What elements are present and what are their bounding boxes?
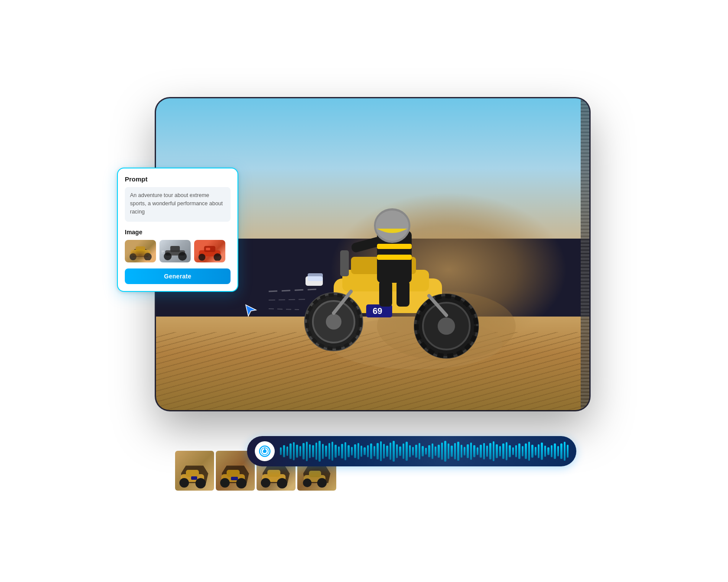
wave-bar-62 xyxy=(480,445,481,458)
wave-bar-26 xyxy=(364,447,365,455)
wave-bar-89 xyxy=(567,445,569,458)
wave-bar-46 xyxy=(428,445,430,457)
thumbnail-1[interactable] xyxy=(125,240,156,262)
wave-bar-13 xyxy=(322,444,324,459)
wave-bar-0 xyxy=(280,447,282,455)
svg-marker-47 xyxy=(246,305,256,316)
stripe-pattern xyxy=(581,98,589,410)
svg-rect-60 xyxy=(227,470,240,477)
svg-rect-69 xyxy=(309,471,321,477)
svg-point-67 xyxy=(303,479,312,487)
wave-bar-32 xyxy=(383,444,385,459)
wave-bar-47 xyxy=(432,443,433,459)
audio-bar[interactable] xyxy=(247,436,576,466)
wave-bar-51 xyxy=(444,441,446,462)
wave-bar-80 xyxy=(538,444,540,458)
wave-bar-4 xyxy=(293,442,295,460)
wave-bar-55 xyxy=(457,442,459,461)
wave-bar-61 xyxy=(477,447,478,455)
wave-bar-59 xyxy=(470,443,472,460)
svg-point-51 xyxy=(263,451,265,453)
wave-bar-83 xyxy=(547,447,549,455)
svg-point-32 xyxy=(130,253,136,260)
image-thumbnails xyxy=(125,240,231,262)
svg-rect-56 xyxy=(191,476,197,480)
wave-bar-52 xyxy=(448,443,449,459)
wave-bar-41 xyxy=(412,447,414,456)
wave-bar-58 xyxy=(467,444,468,458)
wave-bar-79 xyxy=(535,447,536,456)
svg-point-37 xyxy=(164,252,172,260)
svg-point-13 xyxy=(438,317,455,335)
wave-bar-24 xyxy=(358,443,359,459)
svg-point-54 xyxy=(195,478,206,488)
wave-bar-69 xyxy=(502,443,504,459)
svg-line-29 xyxy=(269,299,308,300)
film-thumb-1[interactable] xyxy=(175,451,214,491)
svg-rect-18 xyxy=(308,273,323,281)
wave-bar-8 xyxy=(306,442,308,461)
svg-point-23 xyxy=(376,210,409,241)
wave-bar-22 xyxy=(351,447,353,456)
wave-bar-63 xyxy=(483,443,485,459)
svg-point-64 xyxy=(277,478,287,488)
wave-bar-40 xyxy=(409,445,411,457)
wave-bar-12 xyxy=(318,441,320,462)
svg-point-68 xyxy=(317,478,327,488)
wave-bar-10 xyxy=(312,445,314,457)
wave-bar-30 xyxy=(377,443,378,459)
wave-bar-65 xyxy=(489,443,491,459)
svg-rect-24 xyxy=(377,244,412,249)
wave-bar-36 xyxy=(396,444,398,458)
svg-point-53 xyxy=(179,478,189,488)
thumbnail-2[interactable] xyxy=(159,240,191,262)
svg-point-9 xyxy=(326,314,341,330)
atv-illustration: 69 xyxy=(264,161,524,379)
wave-bar-66 xyxy=(493,441,494,461)
generate-button[interactable]: Generate xyxy=(125,268,231,284)
prompt-text[interactable]: An adventure tour about extreme sports, … xyxy=(125,187,231,222)
wave-bar-9 xyxy=(309,444,311,458)
wave-bar-57 xyxy=(464,447,465,456)
wave-bar-21 xyxy=(348,445,349,457)
scene-wrapper: 69 xyxy=(104,64,624,518)
wave-bar-39 xyxy=(406,442,407,461)
thumbnail-3[interactable] xyxy=(194,240,225,262)
svg-point-38 xyxy=(178,252,187,261)
svg-rect-31 xyxy=(130,250,150,256)
wave-bar-71 xyxy=(509,445,510,457)
wave-bar-81 xyxy=(541,443,543,460)
wave-bar-44 xyxy=(422,446,423,456)
svg-rect-25 xyxy=(377,255,412,260)
svg-rect-61 xyxy=(231,477,238,480)
wave-bar-19 xyxy=(341,444,343,459)
wave-bar-38 xyxy=(403,443,404,459)
wave-bar-68 xyxy=(499,446,501,456)
wave-bar-78 xyxy=(531,445,533,458)
svg-rect-34 xyxy=(136,246,145,252)
wave-bar-72 xyxy=(512,447,514,455)
svg-rect-46 xyxy=(206,248,210,250)
wave-bar-18 xyxy=(338,446,340,456)
wave-bar-35 xyxy=(393,441,394,462)
wave-bar-7 xyxy=(302,443,304,459)
wave-bar-48 xyxy=(435,446,436,456)
wave-bar-1 xyxy=(283,445,285,457)
wave-bar-34 xyxy=(390,443,391,460)
wave-bar-74 xyxy=(518,443,520,459)
waveform xyxy=(280,441,569,462)
svg-point-63 xyxy=(261,478,270,488)
svg-point-58 xyxy=(220,478,230,488)
svg-rect-55 xyxy=(186,470,199,477)
wave-bar-6 xyxy=(299,446,301,456)
svg-text:69: 69 xyxy=(373,306,382,316)
wave-bar-42 xyxy=(415,445,417,458)
wave-bar-60 xyxy=(473,445,475,457)
wave-bar-17 xyxy=(335,445,336,458)
wave-bar-2 xyxy=(286,446,288,456)
wave-bar-20 xyxy=(344,442,346,460)
wave-bar-50 xyxy=(441,443,443,460)
wave-bar-16 xyxy=(332,442,333,461)
music-icon xyxy=(255,441,275,461)
prompt-label: Prompt xyxy=(125,175,231,183)
